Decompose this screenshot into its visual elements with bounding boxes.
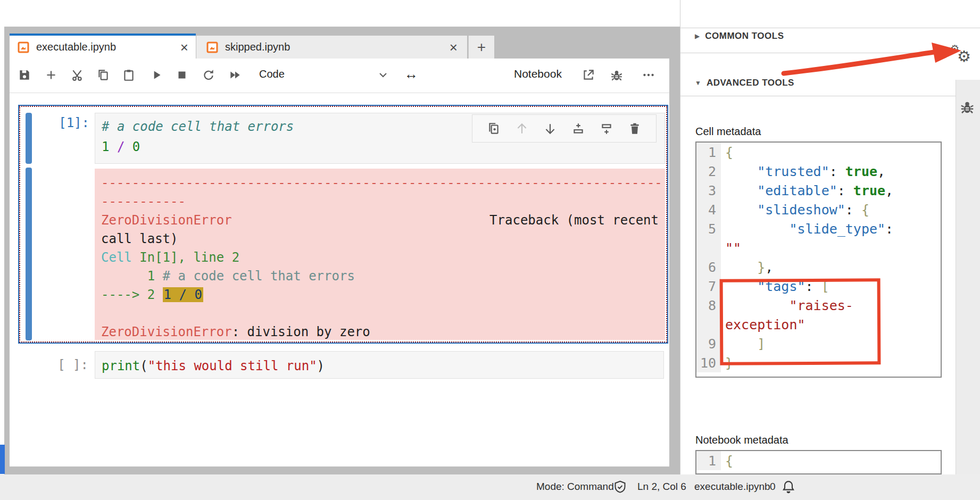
chevron-right-icon: ▶ (695, 32, 700, 40)
cell-metadata-label: Cell metadata (695, 126, 761, 138)
interface-switcher-label[interactable]: Notebook (514, 68, 562, 80)
save-button[interactable] (17, 68, 32, 82)
error-traceback-output: ----------------------------------------… (95, 169, 665, 340)
chevron-down-icon: ▼ (695, 79, 701, 87)
notebook-file-icon (206, 41, 219, 54)
close-icon[interactable]: × (450, 40, 458, 54)
right-panel-tab-strip (956, 80, 980, 474)
copy-cells-button[interactable] (96, 68, 111, 82)
run-button[interactable] (149, 68, 164, 82)
left-edge-blue-bar (0, 445, 5, 474)
notification-count: 0 (770, 481, 776, 493)
resize-handle-icon[interactable]: ↔ (404, 66, 418, 82)
sidebar-divider (680, 28, 980, 28)
output-collapser[interactable] (26, 168, 32, 340)
input-collapser[interactable] (26, 113, 32, 164)
section-label: COMMON TOOLS (705, 31, 784, 41)
code-cell-1[interactable]: [1]: # a code cell that errors1 / 0 (18, 105, 668, 344)
insert-cell-button[interactable] (44, 68, 59, 82)
debugger-sidebar-tab[interactable] (959, 99, 975, 115)
status-bar (0, 474, 980, 500)
annotation-red-arrow (774, 37, 976, 82)
tab-label: skipped.ipynb (225, 41, 290, 53)
tab-executable-ipynb[interactable]: executable.ipynb × (10, 34, 196, 59)
move-cell-down-icon[interactable] (543, 122, 557, 136)
active-file-name[interactable]: executable.ipynb (694, 481, 770, 493)
insert-cell-below-icon[interactable] (600, 122, 613, 136)
tab-skipped-ipynb[interactable]: skipped.ipynb × (196, 36, 467, 59)
insert-cell-above-icon[interactable] (571, 122, 585, 136)
restart-kernel-button[interactable] (201, 68, 216, 82)
chevron-down-icon[interactable] (376, 68, 391, 82)
jupyterlab-screenshot: executable.ipynb × skipped.ipynb × + Cod… (0, 0, 980, 500)
trusted-shield-icon (613, 480, 627, 494)
close-icon[interactable]: × (180, 40, 188, 54)
sidebar-divider (680, 96, 956, 96)
delete-cell-icon[interactable] (628, 122, 642, 136)
annotation-red-box (720, 278, 881, 365)
notebook-metadata-label: Notebook metadata (695, 434, 788, 446)
notebook-file-icon (17, 41, 30, 54)
cell-toolbar (472, 114, 657, 143)
more-commands-icon[interactable] (641, 68, 656, 82)
bell-icon[interactable] (781, 479, 796, 494)
tab-label: executable.ipynb (36, 41, 116, 53)
cursor-position[interactable]: Ln 2, Col 6 (637, 481, 686, 493)
notebook-metadata-editor[interactable]: 1{ (695, 450, 942, 474)
interrupt-kernel-button[interactable] (175, 68, 189, 82)
debugger-bug-icon[interactable] (609, 68, 624, 82)
cell-2-code-editor[interactable]: print("this would still run") (95, 351, 664, 379)
restart-run-all-button[interactable] (228, 68, 243, 82)
execution-count-prompt: [1]: (34, 115, 89, 130)
external-link-icon[interactable] (581, 68, 596, 82)
paste-cells-button[interactable] (121, 68, 136, 82)
move-cell-up-icon[interactable] (515, 122, 529, 136)
mode-indicator[interactable]: Mode: Command (536, 481, 614, 493)
cell-type-select[interactable]: Code (259, 68, 285, 80)
cut-cells-button[interactable] (70, 68, 85, 82)
common-tools-section-header[interactable]: ▶ COMMON TOOLS (695, 31, 784, 41)
duplicate-cell-icon[interactable] (487, 122, 501, 136)
empty-execution-prompt: [ ]: (33, 357, 88, 372)
new-tab-button[interactable]: + (468, 36, 494, 59)
